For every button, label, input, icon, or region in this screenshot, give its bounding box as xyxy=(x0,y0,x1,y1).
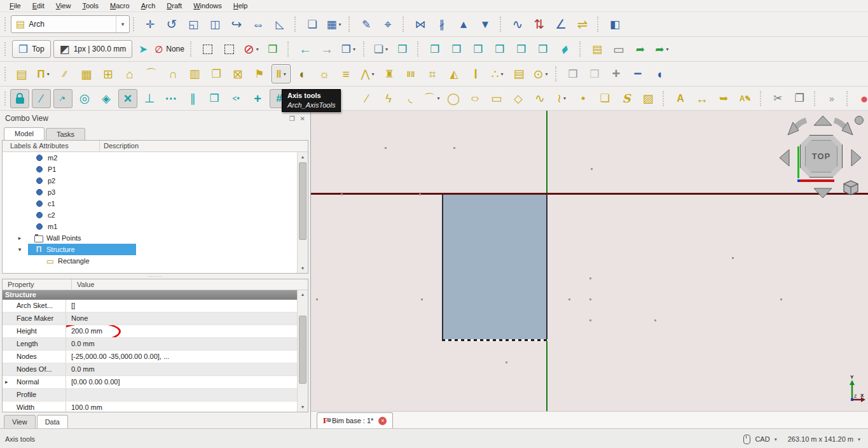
polygon-button[interactable]: ◇ xyxy=(509,89,528,108)
tree-item-c2[interactable]: c2 xyxy=(3,209,298,221)
site-button[interactable]: ☼ xyxy=(315,64,334,83)
clone-button[interactable]: ❏ xyxy=(303,15,322,34)
dropdown-caret-icon[interactable]: ▾ xyxy=(545,71,548,77)
join-button[interactable]: ⋈ xyxy=(411,15,430,34)
mirror-array-button[interactable]: ⇌ xyxy=(573,15,592,34)
doc-utils-button[interactable]: ❏▾ xyxy=(371,39,390,59)
nav-up-arrow[interactable] xyxy=(814,116,832,125)
snap-angle-button[interactable]: ◈ xyxy=(97,89,116,108)
point-button[interactable]: • xyxy=(574,89,593,108)
box-select-button[interactable] xyxy=(198,39,217,59)
survey-button[interactable]: ◖ xyxy=(650,64,669,83)
draft-tray-button[interactable]: ➤ xyxy=(135,39,151,59)
nav-cube-face-top[interactable]: TOP xyxy=(800,135,843,178)
edit-button[interactable]: ✎ xyxy=(357,15,376,34)
scroll-thumb[interactable] xyxy=(299,162,307,240)
snap-lock-button[interactable] xyxy=(10,89,29,108)
tree-item-p2[interactable]: p2 xyxy=(3,175,298,186)
dropdown-caret-icon[interactable]: ▾ xyxy=(666,46,669,52)
tab-model[interactable]: Model xyxy=(4,127,45,140)
dropdown-caret-icon[interactable]: ▾ xyxy=(353,46,355,52)
component-remove-button[interactable]: ❒ xyxy=(585,64,604,83)
tree-item-wall-points[interactable]: ▸Wall Points xyxy=(3,232,298,244)
nav-home-button[interactable] xyxy=(855,116,864,125)
subelement-highlight-button[interactable]: ⌖ xyxy=(378,15,397,34)
line-style-button[interactable]: ◩1px | 300.0 mm xyxy=(53,40,133,58)
expander-icon[interactable]: ▸ xyxy=(11,235,28,241)
snap-near-button[interactable]: <• xyxy=(226,89,245,108)
dropdown-caret-icon[interactable]: ▾ xyxy=(47,71,50,77)
mirror-button[interactable]: ◫ xyxy=(205,15,224,34)
circle-button[interactable]: ◯ xyxy=(444,89,463,108)
axis-tools-button[interactable]: ǁ▾ xyxy=(272,64,291,83)
rotate-button[interactable]: ↺ xyxy=(162,15,181,34)
property-value[interactable]: None xyxy=(66,312,298,325)
grid-button[interactable]: ⊠ xyxy=(228,64,247,83)
toolbar-grip[interactable] xyxy=(4,92,6,106)
record-macro-button[interactable]: ● xyxy=(855,89,868,108)
property-row-face-maker[interactable]: Face MakerNone xyxy=(3,312,298,325)
property-row-normal[interactable]: ▸Normal[0.00 0.00 0.00] xyxy=(3,376,298,389)
viewport-dimensions[interactable]: 263.10 m x 141.20 m xyxy=(788,435,853,443)
view-top-button[interactable]: ❒ xyxy=(447,39,466,59)
curtain-wall-button[interactable]: ▦ xyxy=(77,64,96,83)
share-button[interactable]: ➦▾ xyxy=(652,39,672,59)
document-tab[interactable]: F⚙ Bim base : 1* × xyxy=(317,412,393,428)
tree-item-rectangle[interactable]: ▭Rectangle xyxy=(3,255,298,267)
export-button[interactable]: ➦ xyxy=(631,39,650,59)
tab-view[interactable]: View xyxy=(4,415,36,428)
wall-button[interactable]: ▤ xyxy=(12,64,31,83)
new-document-button[interactable]: ▭ xyxy=(609,39,628,59)
property-value[interactable]: [0.00 0.00 0.00] xyxy=(66,376,298,388)
dropdown-caret-icon[interactable]: ▾ xyxy=(501,71,504,77)
menu-draft[interactable]: Draft xyxy=(161,1,188,10)
panel-splitter[interactable]: ······ xyxy=(0,274,310,279)
nav-down-arrow[interactable] xyxy=(814,188,832,198)
scroll-thumb[interactable] xyxy=(299,316,307,384)
arc-button[interactable]: ⌒▾ xyxy=(422,89,441,108)
window-button[interactable]: ⊞ xyxy=(99,64,118,83)
nav-back-button[interactable]: ← xyxy=(296,39,315,59)
roof-curved-button[interactable]: ⌒ xyxy=(142,64,161,83)
scroll-up-icon[interactable]: ▲ xyxy=(298,290,308,299)
menu-macro[interactable]: Macro xyxy=(104,1,135,10)
view-front-button[interactable]: ❒ xyxy=(425,39,444,59)
dimension-button[interactable]: ↔ xyxy=(692,89,712,108)
snap-parallel-button[interactable]: ∥ xyxy=(183,89,202,108)
upgrade-button[interactable]: ▲ xyxy=(454,15,473,34)
roof-button[interactable]: ⋀▾ xyxy=(358,64,377,83)
nav-right-arrow[interactable] xyxy=(851,150,861,166)
building-part-button[interactable]: ⌂ xyxy=(120,64,139,83)
menu-tools[interactable]: Tools xyxy=(76,1,104,10)
ellipse-button[interactable]: ○ xyxy=(465,89,485,108)
property-value[interactable]: 0.0 mm xyxy=(66,363,298,375)
mark-button[interactable]: ⚑ xyxy=(250,64,269,83)
close-panel-button[interactable]: ✕ xyxy=(300,115,305,122)
schedule-button[interactable]: ▥ xyxy=(185,64,204,83)
select-group-button[interactable]: ❒ xyxy=(263,39,282,59)
view-left-button[interactable]: ❒ xyxy=(534,39,553,59)
nav-left-arrow[interactable] xyxy=(780,150,789,166)
navigation-cube[interactable]: TOP xyxy=(776,113,865,202)
wire-to-bspline-button[interactable]: ∿ xyxy=(508,15,527,34)
downgrade-button[interactable]: ▼ xyxy=(476,15,495,34)
rebar-button[interactable]: ∕∕ xyxy=(55,64,74,83)
autogroup-button[interactable]: ∅None xyxy=(154,39,185,59)
copy-button[interactable]: ❐ xyxy=(790,89,809,108)
menu-help[interactable]: Help xyxy=(228,1,254,10)
property-row-profile[interactable]: Profile xyxy=(3,389,298,402)
property-column[interactable]: Property xyxy=(3,279,72,290)
column-button[interactable]: ‖‖ xyxy=(401,64,420,83)
snap-off-button[interactable]: ⊘▾ xyxy=(242,39,261,59)
snap-intersection-button[interactable]: × xyxy=(118,89,137,108)
fence-button[interactable]: ⌗ xyxy=(423,64,442,83)
nav-rotate-left-arrow[interactable] xyxy=(788,120,806,135)
scroll-up-icon[interactable]: ▲ xyxy=(298,152,308,161)
scroll-down-icon[interactable]: ▼ xyxy=(298,264,308,273)
property-value[interactable]: [-25,000.00 -35,000.00 0.00], ... xyxy=(66,351,298,363)
mini-cube-icon[interactable] xyxy=(844,181,858,195)
survey-add-button[interactable]: + xyxy=(607,64,626,83)
line-button[interactable]: ∕ xyxy=(357,89,376,108)
toolbar-grip[interactable] xyxy=(4,67,8,81)
hatch-button[interactable]: ▨ xyxy=(638,89,658,108)
